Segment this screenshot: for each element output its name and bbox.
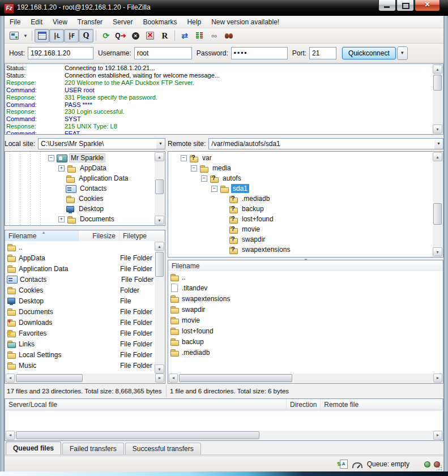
file-row[interactable]: lost+found (169, 325, 442, 336)
file-row[interactable]: DesktopFile (6, 295, 155, 306)
tree-item[interactable]: Desktop (5, 204, 155, 214)
file-row[interactable]: .. (169, 272, 442, 282)
tree-item[interactable]: +AppData (5, 163, 155, 173)
tree-item[interactable]: Contacts (5, 183, 155, 194)
scroll-left-arrow-icon[interactable]: ◄ (169, 374, 178, 383)
password-input[interactable] (231, 47, 288, 59)
file-row[interactable]: LinksFile Folder (6, 338, 155, 349)
scroll-up-arrow-icon[interactable]: ▲ (155, 152, 164, 161)
port-input[interactable] (309, 47, 336, 59)
site-manager-button[interactable] (7, 29, 22, 42)
tree-item[interactable]: +Documents (5, 214, 155, 224)
menu-item-help[interactable]: Help (182, 17, 206, 27)
collapse-icon[interactable]: − (48, 155, 54, 161)
column-header-remote-file[interactable]: Remote file (321, 399, 443, 410)
quickconnect-button[interactable]: Quickconnect (342, 47, 396, 59)
site-manager-dropdown[interactable]: ▼ (22, 29, 29, 42)
tree-item[interactable]: Cookies (5, 194, 155, 204)
speed-limit-gauge-icon[interactable] (352, 462, 362, 468)
collapse-icon[interactable]: − (191, 165, 197, 171)
scrollbar-thumb[interactable] (433, 203, 442, 225)
restore-button[interactable] (396, 0, 414, 11)
tree-item[interactable]: −sda1 (168, 183, 433, 194)
local-list-scrollbar[interactable]: ▲ ▼ (155, 242, 164, 374)
toggle-local-tree-button[interactable]: ┠L (49, 29, 64, 42)
collapse-icon[interactable]: − (211, 186, 217, 192)
file-row[interactable]: swapdir (169, 304, 442, 315)
file-row[interactable]: Application DataFile Folder (6, 263, 155, 274)
expand-icon[interactable]: + (58, 216, 65, 222)
tab-failed-transfers[interactable]: Failed transfers (62, 443, 124, 454)
tab-queued-files[interactable]: Queued files (6, 441, 61, 454)
directory-comparison-button[interactable] (192, 29, 207, 42)
tree-item[interactable]: +▼Downloads (5, 224, 155, 225)
scroll-down-arrow-icon[interactable]: ▼ (155, 364, 164, 374)
scrollbar-thumb[interactable] (155, 252, 164, 277)
chevron-down-icon[interactable]: ▼ (434, 139, 443, 149)
menu-item-server[interactable]: Server (108, 17, 138, 27)
file-row[interactable]: .titandev (169, 282, 442, 293)
speed-limits-button[interactable]: ∞ (207, 29, 221, 42)
tree-item[interactable]: ?swapextensions (168, 245, 433, 255)
toggle-log-view-button[interactable] (35, 29, 49, 42)
file-row[interactable]: AppDataFile Folder (6, 252, 155, 263)
column-header-filename[interactable]: Filename ▲ (5, 230, 79, 241)
column-header-filesize[interactable]: Filesize (79, 230, 120, 241)
file-row[interactable]: DocumentsFile Folder (6, 306, 155, 317)
scrollbar-thumb[interactable] (433, 75, 442, 91)
scroll-down-arrow-icon[interactable]: ▼ (155, 216, 164, 225)
tree-item[interactable]: ?movie (168, 224, 433, 234)
column-header-direction[interactable]: Direction (287, 399, 321, 410)
scroll-right-arrow-icon[interactable]: ► (155, 374, 164, 383)
log-vertical-scrollbar[interactable]: ▲ ▼ (433, 65, 442, 134)
file-row[interactable]: CookiesFolder (6, 285, 155, 295)
file-row[interactable]: movie (169, 315, 442, 325)
scroll-down-arrow-icon[interactable]: ▼ (433, 247, 442, 256)
file-row[interactable]: ContactsFile Folder (6, 274, 155, 285)
cancel-operation-button[interactable]: ✕ (128, 29, 143, 42)
column-header-server-local-file[interactable]: Server/Local file (5, 399, 287, 410)
toggle-remote-tree-button[interactable]: ┠F (64, 29, 79, 42)
file-row[interactable]: swapextensions (169, 293, 442, 304)
tree-item[interactable]: ?.mediadb (168, 194, 433, 204)
tree-item[interactable]: ?swapdir (168, 234, 433, 245)
queue-hscrollbar[interactable]: ◄ ► (6, 431, 442, 440)
collapse-icon[interactable]: − (201, 175, 207, 182)
synchronized-browsing-button[interactable]: ⇄ (177, 29, 192, 42)
username-input[interactable] (134, 47, 192, 59)
scroll-right-arrow-icon[interactable]: ► (433, 374, 442, 383)
expand-icon[interactable]: + (58, 165, 65, 171)
remote-list-hscrollbar[interactable]: ◄ ► (169, 374, 442, 383)
menu-item-view[interactable]: View (48, 17, 72, 27)
reconnect-button[interactable]: R (157, 29, 172, 42)
scrollbar-thumb[interactable] (16, 374, 83, 382)
scroll-left-arrow-icon[interactable]: ◄ (6, 374, 15, 383)
remote-tree-scrollbar[interactable]: ▲ ▼ (433, 152, 442, 256)
file-row[interactable]: .mediadb (169, 347, 442, 358)
tree-item[interactable]: −media (168, 163, 433, 173)
file-row[interactable]: ▼DownloadsFile Folder (6, 317, 155, 328)
file-row[interactable]: .. (6, 242, 155, 252)
quickconnect-dropdown[interactable]: ▼ (397, 46, 408, 60)
scrollbar-thumb[interactable] (155, 179, 164, 194)
scroll-up-arrow-icon[interactable]: ▲ (433, 65, 442, 74)
menu-item-edit[interactable]: Edit (25, 17, 48, 27)
transfer-type-icon[interactable]: A (340, 460, 348, 469)
tree-item[interactable]: −?var (168, 153, 433, 163)
tree-item[interactable]: ?backup (168, 204, 433, 214)
scrollbar-thumb[interactable] (179, 374, 292, 382)
tree-item[interactable]: −Mr Sparkle (5, 153, 155, 163)
local-site-combobox[interactable]: C:\Users\Mr Sparkle\ ▼ (38, 138, 165, 149)
scroll-up-arrow-icon[interactable]: ▲ (155, 242, 164, 251)
menu-item-bookmarks[interactable]: Bookmarks (138, 17, 182, 27)
scroll-up-arrow-icon[interactable]: ▲ (433, 152, 442, 161)
find-files-button[interactable] (221, 29, 236, 42)
process-queue-button[interactable]: Q➜ (113, 29, 128, 42)
minimize-button[interactable] (378, 0, 396, 11)
tree-item[interactable]: ?lost+found (168, 214, 433, 224)
menu-item-file[interactable]: File (5, 17, 25, 27)
collapse-icon[interactable]: − (181, 155, 187, 161)
remote-site-combobox[interactable]: /var/media/autofs/sda1 ▼ (208, 138, 443, 149)
host-input[interactable] (28, 47, 93, 59)
scrollbar-thumb[interactable] (16, 431, 259, 439)
